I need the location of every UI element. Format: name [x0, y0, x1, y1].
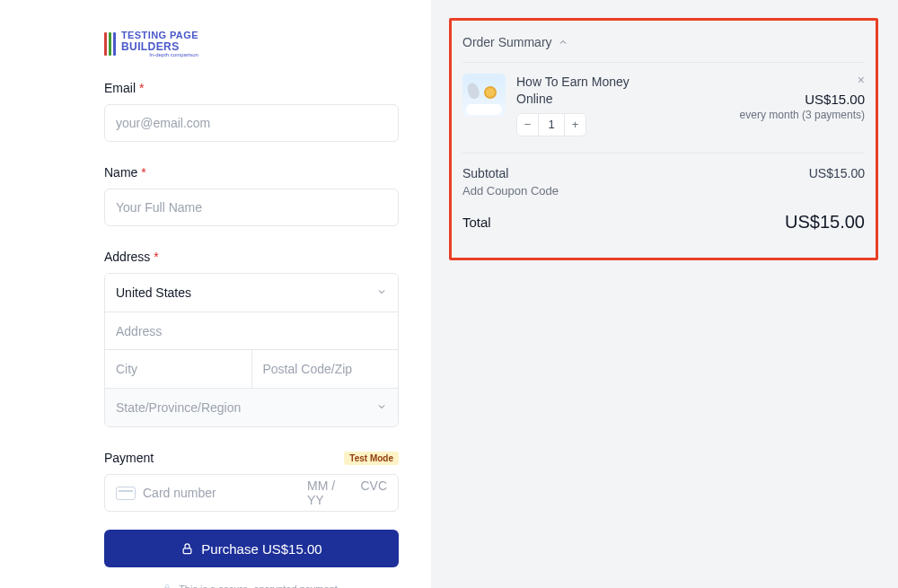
order-summary-panel: Order Summary How To Earn Money Online −…	[431, 0, 898, 588]
logo-line1: TESTING PAGE	[121, 30, 198, 40]
cart-item: How To Earn Money Online − + × US$15.00 …	[462, 74, 865, 154]
quantity-increase-button[interactable]: +	[564, 114, 585, 136]
order-summary-heading: Order Summary	[462, 35, 552, 49]
svg-rect-0	[183, 549, 191, 554]
purchase-button-label: Purchase US$15.00	[201, 541, 321, 557]
order-summary-toggle[interactable]: Order Summary	[462, 35, 865, 63]
logo-bars-icon	[104, 32, 116, 56]
quantity-stepper: − +	[516, 113, 586, 136]
item-recurrence: every month (3 payments)	[740, 109, 865, 121]
test-mode-badge: Test Mode	[344, 452, 399, 465]
logo: TESTING PAGE BUILDERS In-depth compariso…	[104, 31, 399, 57]
order-summary-box: Order Summary How To Earn Money Online −…	[449, 18, 878, 260]
secure-payment-note: This is a secure, encrypted payment.	[179, 584, 340, 588]
email-label: Email *	[104, 81, 399, 95]
logo-tagline: In-depth comparison	[149, 52, 198, 57]
total-label: Total	[462, 215, 491, 230]
quantity-input[interactable]	[539, 114, 564, 136]
name-input[interactable]	[104, 189, 399, 226]
checkout-form-panel: TESTING PAGE BUILDERS In-depth compariso…	[0, 0, 431, 588]
product-title: How To Earn Money Online	[516, 74, 642, 108]
item-price: US$15.00	[740, 92, 865, 107]
subtotal-label: Subtotal	[462, 166, 508, 180]
lock-icon	[180, 542, 194, 556]
city-input[interactable]	[105, 350, 252, 388]
state-select[interactable]	[105, 389, 398, 426]
add-coupon-link[interactable]: Add Coupon Code	[462, 184, 559, 197]
street-address-input[interactable]	[105, 312, 398, 350]
name-label: Name *	[104, 165, 399, 180]
chevron-up-icon	[558, 37, 568, 48]
total-value: US$15.00	[785, 212, 865, 233]
address-label: Address *	[104, 250, 399, 264]
subtotal-value: US$15.00	[809, 166, 865, 180]
logo-line2: BUILDERS	[121, 40, 180, 53]
postal-code-input[interactable]	[252, 350, 399, 388]
product-thumbnail	[462, 74, 506, 117]
card-expiry-placeholder: MM / YY	[307, 478, 351, 507]
payment-label: Payment	[104, 451, 154, 465]
card-icon	[116, 487, 136, 500]
purchase-button[interactable]: Purchase US$15.00	[104, 530, 399, 567]
card-number-input[interactable]	[143, 486, 300, 500]
card-cvc-placeholder: CVC	[360, 478, 387, 507]
country-select[interactable]	[105, 274, 398, 312]
quantity-decrease-button[interactable]: −	[517, 114, 539, 136]
lock-icon	[163, 584, 172, 588]
remove-item-button[interactable]: ×	[740, 74, 865, 86]
card-input-group[interactable]: MM / YY CVC	[104, 474, 399, 512]
email-input[interactable]	[104, 104, 399, 142]
